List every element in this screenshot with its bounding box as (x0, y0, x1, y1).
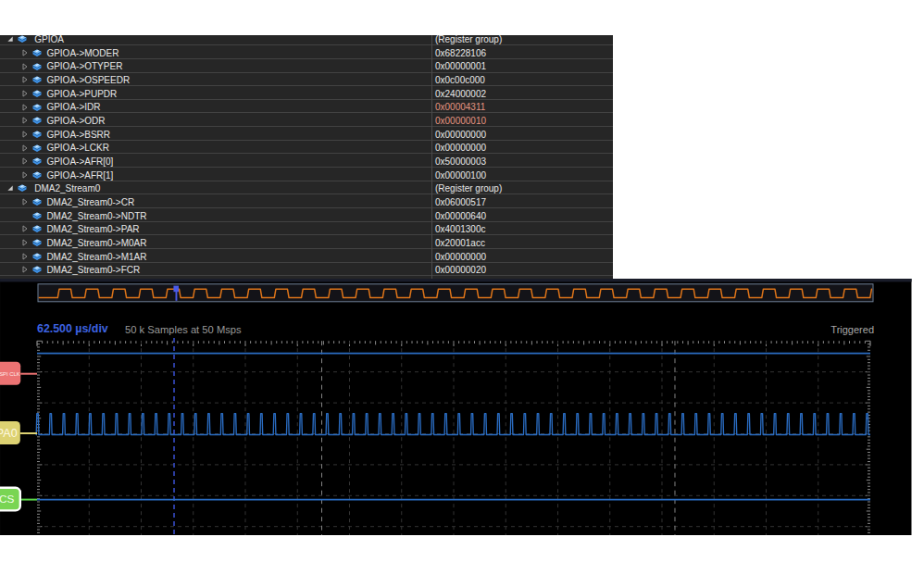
svg-text:SPI CLK: SPI CLK (0, 371, 20, 377)
svg-text:PA0: PA0 (0, 427, 18, 440)
svg-text:CS: CS (0, 493, 15, 505)
